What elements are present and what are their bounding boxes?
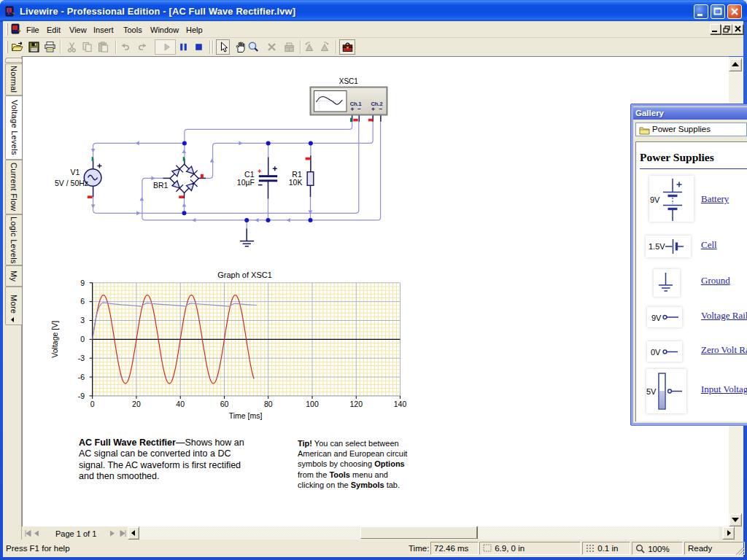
svg-text:-6: -6 [78,373,85,381]
svg-text:Graph of XSC1: Graph of XSC1 [217,271,272,279]
svg-text:V1: V1 [71,168,80,176]
svg-text:BR1: BR1 [153,181,169,190]
svg-text:6: 6 [80,297,85,306]
svg-text:-3: -3 [78,354,85,362]
svg-text:3: 3 [80,316,85,324]
svg-text:+: + [350,106,354,113]
svg-text:10K: 10K [289,178,303,187]
svg-text:40: 40 [176,400,185,408]
svg-text:80: 80 [264,400,273,408]
svg-text:120: 120 [349,400,363,408]
svg-text:-9: -9 [78,392,85,400]
svg-text:Voltage [V]: Voltage [V] [50,321,59,358]
svg-text:100: 100 [306,400,319,408]
svg-text:0: 0 [80,335,85,343]
svg-text:10µF: 10µF [237,178,255,187]
svg-text:5V / 50Hz: 5V / 50Hz [55,179,88,187]
svg-text:9: 9 [80,279,85,287]
svg-text:XSC1: XSC1 [339,77,359,85]
svg-text:+: + [371,106,375,113]
svg-text:20: 20 [132,400,141,408]
svg-text:Time [ms]: Time [ms] [229,411,263,420]
svg-text:−: − [379,105,382,112]
svg-text:0: 0 [90,400,95,408]
svg-text:60: 60 [220,400,229,408]
svg-text:−: − [357,105,361,112]
svg-text:140: 140 [394,400,407,408]
